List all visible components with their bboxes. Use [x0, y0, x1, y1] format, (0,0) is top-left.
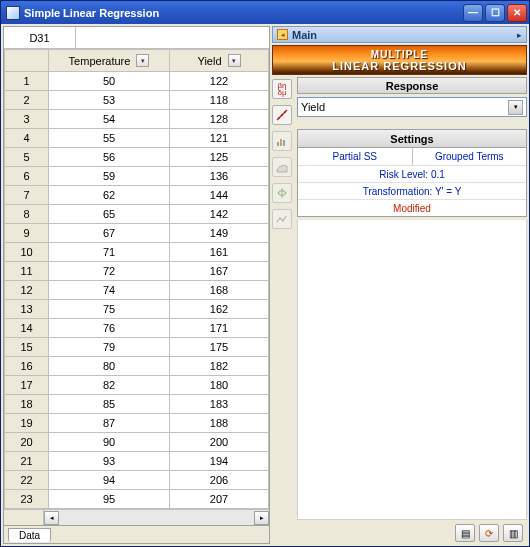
table-row[interactable]: 2294206: [5, 471, 269, 490]
table-row[interactable]: 1579175: [5, 338, 269, 357]
row-header[interactable]: 12: [5, 281, 49, 300]
table-row[interactable]: 455121: [5, 129, 269, 148]
residuals-tool-icon[interactable]: [272, 209, 292, 229]
row-header[interactable]: 19: [5, 414, 49, 433]
cell-temperature[interactable]: 50: [49, 72, 170, 91]
cell-yield[interactable]: 167: [170, 262, 269, 281]
cell-temperature[interactable]: 62: [49, 186, 170, 205]
cell-yield[interactable]: 182: [170, 357, 269, 376]
cell-temperature[interactable]: 82: [49, 376, 170, 395]
partial-ss-link[interactable]: Partial SS: [298, 148, 412, 165]
table-row[interactable]: 556125: [5, 148, 269, 167]
cell-yield[interactable]: 194: [170, 452, 269, 471]
row-header[interactable]: 22: [5, 471, 49, 490]
table-row[interactable]: 967149: [5, 224, 269, 243]
row-header[interactable]: 21: [5, 452, 49, 471]
cell-temperature[interactable]: 56: [49, 148, 170, 167]
row-header[interactable]: 3: [5, 110, 49, 129]
row-header[interactable]: 18: [5, 395, 49, 414]
table-row[interactable]: 1476171: [5, 319, 269, 338]
row-header[interactable]: 4: [5, 129, 49, 148]
surface-tool-icon[interactable]: [272, 157, 292, 177]
maximize-button[interactable]: ☐: [485, 4, 505, 22]
cell-yield[interactable]: 122: [170, 72, 269, 91]
scroll-left-button[interactable]: ◂: [44, 511, 59, 525]
sheet-tab-data[interactable]: Data: [8, 528, 51, 542]
cell-yield[interactable]: 125: [170, 148, 269, 167]
cell-temperature[interactable]: 87: [49, 414, 170, 433]
cell-temperature[interactable]: 95: [49, 490, 170, 509]
filter-dropdown-icon[interactable]: ▾: [136, 54, 149, 67]
response-dropdown[interactable]: Yield ▾: [297, 97, 527, 117]
table-row[interactable]: 865142: [5, 205, 269, 224]
row-header[interactable]: 1: [5, 72, 49, 91]
table-row[interactable]: 1987188: [5, 414, 269, 433]
table-row[interactable]: 1172167: [5, 262, 269, 281]
column-header-temperature[interactable]: Temperature ▾: [49, 50, 170, 72]
chart-tool-icon[interactable]: [272, 131, 292, 151]
row-header[interactable]: 15: [5, 338, 49, 357]
cell-temperature[interactable]: 75: [49, 300, 170, 319]
scroll-right-button[interactable]: ▸: [254, 511, 269, 525]
cell-yield[interactable]: 128: [170, 110, 269, 129]
cell-yield[interactable]: 149: [170, 224, 269, 243]
row-header[interactable]: 16: [5, 357, 49, 376]
report-button-icon[interactable]: ▤: [455, 524, 475, 542]
cell-yield[interactable]: 175: [170, 338, 269, 357]
table-row[interactable]: 762144: [5, 186, 269, 205]
transformation-link[interactable]: Transformation: Y' = Y: [298, 182, 526, 199]
row-header[interactable]: 11: [5, 262, 49, 281]
cell-yield[interactable]: 168: [170, 281, 269, 300]
cell-temperature[interactable]: 53: [49, 91, 170, 110]
risk-level-link[interactable]: Risk Level: 0.1: [298, 165, 526, 182]
cell-yield[interactable]: 162: [170, 300, 269, 319]
cell-temperature[interactable]: 93: [49, 452, 170, 471]
row-header[interactable]: 8: [5, 205, 49, 224]
table-row[interactable]: 253118: [5, 91, 269, 110]
grid-scroll[interactable]: Temperature ▾ Yield ▾: [4, 49, 269, 509]
cell-yield[interactable]: 171: [170, 319, 269, 338]
cell-temperature[interactable]: 97: [49, 509, 170, 510]
cell-temperature[interactable]: 76: [49, 319, 170, 338]
row-header[interactable]: 14: [5, 319, 49, 338]
close-button[interactable]: ✕: [507, 4, 527, 22]
minimize-button[interactable]: —: [463, 4, 483, 22]
formula-bar[interactable]: [76, 27, 269, 48]
titlebar[interactable]: Simple Linear Regression — ☐ ✕: [1, 1, 529, 24]
cell-yield[interactable]: 121: [170, 129, 269, 148]
row-header[interactable]: 6: [5, 167, 49, 186]
table-row[interactable]: 2193194: [5, 452, 269, 471]
cell-temperature[interactable]: 59: [49, 167, 170, 186]
row-header[interactable]: 17: [5, 376, 49, 395]
fit-tool-icon[interactable]: [272, 105, 292, 125]
row-header[interactable]: 23: [5, 490, 49, 509]
cell-yield[interactable]: 206: [170, 471, 269, 490]
cell-temperature[interactable]: 94: [49, 471, 170, 490]
notes-button-icon[interactable]: ▥: [503, 524, 523, 542]
cell-yield[interactable]: 180: [170, 376, 269, 395]
cell-yield[interactable]: 210: [170, 509, 269, 510]
row-header[interactable]: 20: [5, 433, 49, 452]
cell-temperature[interactable]: 74: [49, 281, 170, 300]
cell-temperature[interactable]: 80: [49, 357, 170, 376]
row-header[interactable]: 2: [5, 91, 49, 110]
cell-temperature[interactable]: 79: [49, 338, 170, 357]
cell-yield[interactable]: 118: [170, 91, 269, 110]
column-header-yield[interactable]: Yield ▾: [170, 50, 269, 72]
main-panel-header[interactable]: ◂ Main ▸: [272, 26, 527, 43]
row-header[interactable]: 5: [5, 148, 49, 167]
row-header[interactable]: 13: [5, 300, 49, 319]
grouped-terms-link[interactable]: Grouped Terms: [412, 148, 527, 165]
table-row[interactable]: 2395207: [5, 490, 269, 509]
table-row[interactable]: 1782180: [5, 376, 269, 395]
refresh-button-icon[interactable]: ⟳: [479, 524, 499, 542]
table-row[interactable]: 1274168: [5, 281, 269, 300]
cell-temperature[interactable]: 90: [49, 433, 170, 452]
cell-yield[interactable]: 136: [170, 167, 269, 186]
cell-reference[interactable]: D31: [4, 27, 76, 48]
cell-yield[interactable]: 207: [170, 490, 269, 509]
cell-yield[interactable]: 200: [170, 433, 269, 452]
cell-temperature[interactable]: 71: [49, 243, 170, 262]
cell-temperature[interactable]: 85: [49, 395, 170, 414]
cell-yield[interactable]: 188: [170, 414, 269, 433]
